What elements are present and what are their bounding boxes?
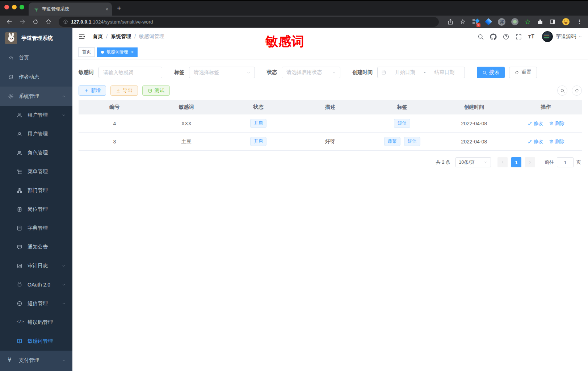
column-header-created: 创建时间: [438, 104, 510, 110]
favicon-plant-icon: [34, 7, 39, 12]
add-button[interactable]: 新增: [79, 85, 106, 96]
column-header-actions: 操作: [510, 104, 582, 110]
font-size-icon[interactable]: тT: [528, 33, 535, 40]
forward-icon[interactable]: [19, 18, 26, 25]
sidebar-item-label: 用户管理: [28, 131, 48, 137]
rabbit-logo-icon: [5, 32, 17, 44]
sidebar-item-audit[interactable]: 审计日志: [0, 256, 72, 275]
sidebar-item-sensitive-word[interactable]: 敏感词管理: [0, 332, 72, 351]
window-zoom-button[interactable]: [20, 5, 24, 9]
goto-page-input[interactable]: [557, 157, 574, 167]
sidebar-group-system[interactable]: 系统管理: [0, 87, 72, 106]
sidebar-item-dept[interactable]: 部门管理: [0, 181, 72, 200]
sidebar-item-dict[interactable]: 字典管理: [0, 219, 72, 238]
edit-link[interactable]: 修改: [528, 138, 543, 145]
home-icon[interactable]: [45, 18, 52, 25]
delete-link[interactable]: 删除: [549, 120, 564, 127]
breadcrumb-system[interactable]: 系统管理: [111, 33, 131, 40]
table-refresh-button[interactable]: [572, 85, 582, 96]
help-icon[interactable]: [503, 33, 509, 40]
sidebar-item-label: OAuth 2.0: [28, 282, 50, 288]
back-icon[interactable]: [6, 18, 13, 25]
search-button[interactable]: 搜索: [477, 67, 505, 78]
status-select[interactable]: 请选择启用状态: [282, 67, 340, 78]
users-icon: [17, 112, 22, 118]
tag-select[interactable]: 请选择标签: [189, 67, 255, 78]
chevron-down-icon: [246, 70, 251, 75]
chevron-left-icon: [500, 160, 505, 164]
sidebar-item-notice[interactable]: 通知公告: [0, 238, 72, 256]
browser-tab[interactable]: 芋道管理系统 ×: [29, 3, 112, 16]
page-header: 首页 / 系统管理 / 敏感词管理 тT 芋道源码: [72, 28, 588, 45]
extension-record-icon[interactable]: [511, 18, 518, 25]
sidebar: 芋道管理系统 首页 作者动态 系统管理 租户管理 用户管理: [0, 28, 72, 371]
sidebar-item-tenant[interactable]: 租户管理: [0, 106, 72, 125]
address-bar[interactable]: 127.0.0.1:1024/system/sensitive-word: [59, 17, 439, 27]
tag-view-sensitive-word[interactable]: 敏感词管理 ×: [97, 47, 138, 57]
window-close-button[interactable]: [4, 5, 9, 9]
document-check-icon: [148, 88, 152, 93]
date-label: 创建时间: [352, 69, 373, 76]
keyword-label: 敏感词: [79, 69, 94, 76]
chevron-down-icon[interactable]: [578, 35, 582, 39]
sidebar-item-label: 短信管理: [28, 300, 48, 307]
sidebar-item-sms[interactable]: 短信管理: [0, 294, 72, 313]
sidebar-item-role[interactable]: 角色管理: [0, 143, 72, 162]
export-button[interactable]: 导出: [110, 85, 138, 96]
site-info-icon[interactable]: [63, 19, 68, 24]
search-icon[interactable]: [477, 33, 484, 40]
breadcrumb-home[interactable]: 首页: [93, 33, 103, 40]
username[interactable]: 芋道源码: [556, 33, 576, 40]
extension-grid-icon[interactable]: 9: [472, 19, 478, 25]
bookmark-star-icon[interactable]: [459, 18, 466, 25]
prev-page-button[interactable]: [497, 157, 508, 167]
share-icon[interactable]: [447, 18, 454, 25]
delete-link-label: 删除: [555, 120, 564, 127]
chevron-down-icon: [62, 283, 66, 287]
sidebar-fold-icon[interactable]: [78, 33, 85, 40]
side-panel-icon[interactable]: [549, 18, 556, 25]
user-avatar[interactable]: [542, 31, 553, 42]
badge-icon: [17, 206, 22, 212]
table-search-toggle-button[interactable]: [557, 85, 567, 96]
sidebar-item-author[interactable]: 作者动态: [0, 67, 72, 87]
page-size-select[interactable]: 10条/页: [455, 157, 491, 167]
chevron-down-icon: [62, 301, 66, 306]
sidebar-item-menu[interactable]: 菜单管理: [0, 162, 72, 181]
profile-avatar-icon[interactable]: [562, 17, 570, 26]
keyword-input[interactable]: [103, 70, 158, 75]
menu-tree-icon: [17, 169, 22, 175]
browser-menu-icon[interactable]: ⋮: [577, 18, 582, 25]
sidebar-item-oauth[interactable]: OAuth 2.0: [0, 275, 72, 294]
sidebar-item-home[interactable]: 首页: [0, 48, 72, 67]
reset-button[interactable]: 重置: [509, 67, 537, 78]
github-icon[interactable]: [490, 33, 497, 40]
fullscreen-icon[interactable]: [515, 33, 522, 40]
reload-icon[interactable]: [32, 18, 39, 25]
close-icon[interactable]: ×: [131, 50, 134, 55]
extension-gem-icon[interactable]: [485, 18, 492, 25]
date-range-picker[interactable]: 开始日期 - 结束日期: [377, 67, 465, 78]
tags-view-bar: 首页 敏感词管理 ×: [72, 45, 588, 59]
tag-label: 标签: [174, 69, 184, 76]
window-minimize-button[interactable]: [12, 5, 17, 9]
extensions-puzzle-icon[interactable]: [537, 18, 543, 25]
sidebar-item-post[interactable]: 岗位管理: [0, 200, 72, 219]
extension-command-icon[interactable]: ⌘: [498, 18, 505, 26]
edit-link-label: 修改: [534, 120, 543, 127]
sidebar-item-user[interactable]: 用户管理: [0, 125, 72, 143]
sidebar-item-errorcode[interactable]: </> 错误码管理: [0, 313, 72, 332]
tag-view-home[interactable]: 首页: [78, 47, 95, 57]
sidebar-logo[interactable]: 芋道管理系统: [0, 28, 72, 48]
open-book-icon: [17, 338, 22, 344]
tab-close-icon[interactable]: ×: [105, 7, 108, 12]
trash-icon: [549, 121, 554, 126]
sidebar-group-pay[interactable]: ¥ 支付管理: [0, 351, 72, 370]
new-tab-button[interactable]: +: [117, 4, 121, 13]
edit-link[interactable]: 修改: [528, 120, 543, 127]
delete-link[interactable]: 删除: [549, 138, 564, 145]
next-page-button[interactable]: [525, 157, 535, 167]
test-button[interactable]: 测试: [142, 85, 170, 96]
page-number-button[interactable]: 1: [511, 157, 521, 167]
extension-green-star-icon[interactable]: [524, 18, 531, 25]
